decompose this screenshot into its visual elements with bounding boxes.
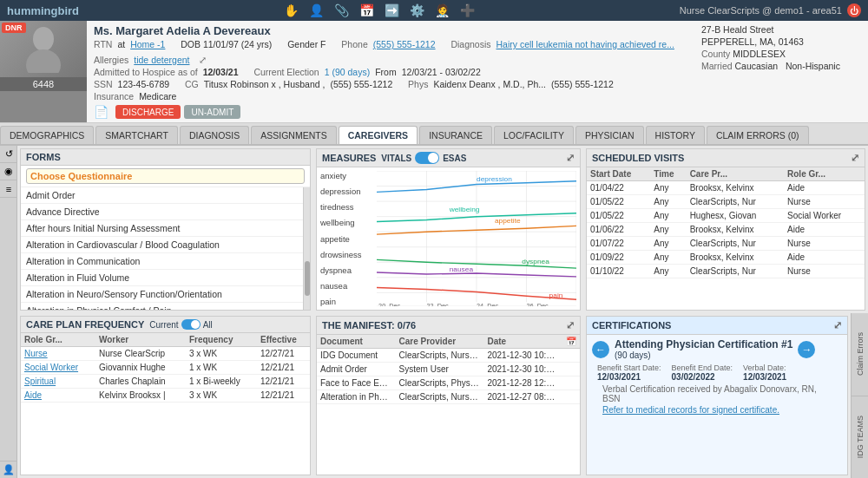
medical-cross-icon[interactable]: ➕ <box>460 3 475 17</box>
careplan-toggle: Current All <box>149 319 212 330</box>
expand-measures-icon[interactable]: ⤢ <box>566 152 575 164</box>
forms-search-input[interactable] <box>26 168 305 184</box>
cert-benefit-start: Benefit Start Date: 12/03/2021 <box>597 363 661 382</box>
table-row[interactable]: 01/05/22AnyClearScripts, NurNurse <box>587 195 865 209</box>
list-item[interactable]: Alteration in Neuro/Sensory Function/Ori… <box>21 286 303 303</box>
tab-claim-errors[interactable]: CLAIM ERRORS (0) <box>707 126 809 144</box>
person-icon[interactable]: 👤 <box>309 3 324 17</box>
table-row[interactable]: 01/04/22AnyBrooksx, KelvinxAide <box>587 181 865 195</box>
cert-title-header: CERTIFICATIONS <box>592 320 671 331</box>
list-item[interactable]: Admit Order <box>21 187 303 204</box>
table-row[interactable]: SpiritualCharles Chaplain1 x Bi-weekly12… <box>21 375 310 389</box>
gear-icon[interactable]: ⚙️ <box>410 3 424 17</box>
col-date: Date <box>483 335 562 349</box>
cert-main-title: Attending Physician Certification #1 <box>615 338 792 350</box>
table-row[interactable]: 01/10/22AnyClearScripts, NurNurse <box>587 265 865 278</box>
cert-refer-link[interactable]: Refer to medical records for signed cert… <box>602 405 832 415</box>
phone[interactable]: (555) 555-1212 <box>373 39 436 49</box>
table-row[interactable]: 01/05/22AnyHughesx, GiovanSocial Worker <box>587 209 865 223</box>
table-row[interactable]: Social WorkerGiovannix Hughe1 x WK12/21/… <box>21 361 310 375</box>
table-row[interactable]: 01/09/22AnyBrooksx, KelvinxAide <box>587 251 865 265</box>
toggle-knob <box>191 320 200 329</box>
tab-demographics[interactable]: DEMOGRAPHICS <box>0 126 94 144</box>
person-bottom-icon[interactable]: 👤 <box>0 461 17 478</box>
discharge-button[interactable]: DISCHARGE <box>115 105 181 119</box>
rtn-label: RTN <box>94 39 112 49</box>
forms-scrollbar[interactable] <box>303 187 310 310</box>
patient-header: DNR 6448 Ms. Margaret Adelia A Devereaux… <box>0 21 868 123</box>
list-item[interactable]: After hours Initial Nursing Assessment <box>21 220 303 237</box>
table-row[interactable]: AideKelvinx Brooksx |3 x WK12/21/21 <box>21 389 310 403</box>
sidebar-icon-2[interactable]: ≡ <box>0 180 17 198</box>
claim-errors-label[interactable]: Claim Errors <box>852 313 868 396</box>
refresh-icon[interactable]: ↺ <box>0 146 17 163</box>
visits-table-area: Start Date Time Care Pr... Role Gr... 01… <box>587 167 865 310</box>
visits-header-row: Start Date Time Care Pr... Role Gr... <box>587 167 865 181</box>
diagnosis-link[interactable]: Hairy cell leukemia not having achieved … <box>496 39 674 49</box>
visit-provider: ClearScripts, Nur <box>687 265 784 278</box>
visit-provider: ClearScripts, Nur <box>687 195 784 209</box>
expand-visits-icon[interactable]: ⤢ <box>851 152 859 164</box>
visit-date: 01/05/22 <box>587 195 650 209</box>
cert-next-button[interactable]: → <box>798 341 815 358</box>
sidebar-icon-1[interactable]: ◉ <box>0 163 17 180</box>
verbal-label: Verbal Date: <box>743 363 786 372</box>
patient-row-1: RTN at Home -1 DOB 11/01/97 (24 yrs) Gen… <box>94 39 687 65</box>
list-item[interactable]: Advance Directive <box>21 204 303 220</box>
county: MIDDLESEX <box>733 49 786 59</box>
arrow-right-icon[interactable]: ➡️ <box>385 3 399 17</box>
cert-received-note: Verbal Certification received by Abagali… <box>602 384 832 403</box>
hand-icon[interactable]: ✋ <box>284 3 299 17</box>
idg-teams-label[interactable]: IDG TEAMS <box>852 396 868 479</box>
list-item[interactable]: Alteration in Fluid Volume <box>21 270 303 286</box>
table-row[interactable]: Alteration in Physical C ClearScripts, N… <box>317 390 580 404</box>
forms-search-area <box>21 166 310 187</box>
tab-insurance[interactable]: INSURANCE <box>419 126 492 144</box>
home-link[interactable]: Home -1 <box>130 39 165 49</box>
svg-point-1 <box>26 49 61 73</box>
care-plan-header-row: Role Gr... Worker Frequency Effective <box>21 333 310 347</box>
list-item[interactable]: Alteration in Cardiovascular / Blood Coa… <box>21 237 303 253</box>
rtn-at: at <box>117 39 125 49</box>
col-calendar-icon[interactable]: 📅 <box>562 335 580 349</box>
list-item[interactable]: Alteration in Communication <box>21 253 303 270</box>
care-plan-table-area: Role Gr... Worker Frequency Effective Nu… <box>21 333 310 475</box>
label-dyspnea: dyspnea <box>320 265 373 275</box>
expand-allergy-icon[interactable]: ⤢ <box>199 55 207 65</box>
visit-date: 01/10/22 <box>587 265 650 278</box>
table-row[interactable]: Face to Face Encounts ClearScripts, Phys… <box>317 377 580 390</box>
tab-assignments[interactable]: ASSIGNMENTS <box>251 126 336 144</box>
table-row[interactable]: IDG Document ClearScripts, Nurse (4i 202… <box>317 349 580 363</box>
visit-provider: Hughesx, Giovan <box>687 209 784 223</box>
table-row[interactable]: Admit Order System User 2021-12-30 10:16… <box>317 363 580 377</box>
allergy-link[interactable]: tide detergent <box>134 55 189 65</box>
calendar-icon[interactable]: 📅 <box>359 3 374 17</box>
cert-prev-button[interactable]: ← <box>592 341 609 358</box>
election-dates: 12/03/21 - 03/02/22 <box>402 67 481 77</box>
visit-time: Any <box>650 251 686 265</box>
medical-person-icon[interactable]: 🧑‍⚕️ <box>435 3 450 17</box>
careplan-toggle-switch[interactable] <box>181 319 201 330</box>
svg-point-0 <box>33 27 54 51</box>
tab-diagnosis[interactable]: DIAGNOSIS <box>180 126 249 144</box>
vitals-chart: depression wellbeing appetite dyspnea <box>377 171 576 306</box>
visit-role: Aide <box>784 223 865 237</box>
paperclip-icon[interactable]: 📎 <box>334 3 349 17</box>
table-row[interactable]: NurseNurse ClearScrip3 x WK12/27/21 <box>21 347 310 361</box>
table-row[interactable]: 01/07/22AnyClearScripts, NurNurse <box>587 237 865 251</box>
vitals-toggle[interactable] <box>415 152 439 164</box>
table-row[interactable]: 01/06/22AnyBrooksx, KelvinxAide <box>587 223 865 237</box>
tab-history[interactable]: HISTORY <box>646 126 705 144</box>
tab-loc-facility[interactable]: LOC/FACILITY <box>494 126 574 144</box>
tab-physician[interactable]: PHYSICIAN <box>575 126 644 144</box>
right-sidebar: Claim Errors IDG TEAMS <box>851 313 868 478</box>
certifications-panel: CERTIFICATIONS ⤢ ← Attending Physician C… <box>586 316 848 475</box>
tab-caregivers[interactable]: CAREGIVERS <box>339 126 418 144</box>
expand-manifest-icon[interactable]: ⤢ <box>566 319 575 331</box>
list-item[interactable]: Alteration in Physical Comfort / Pain <box>21 303 303 310</box>
power-button[interactable]: ⏻ <box>847 3 861 17</box>
unadmit-button[interactable]: UN-ADMIT <box>184 105 240 119</box>
from-label: From <box>375 67 397 77</box>
tab-smartchart[interactable]: SMARTCHART <box>95 126 178 144</box>
expand-cert-icon[interactable]: ⤢ <box>833 319 842 331</box>
